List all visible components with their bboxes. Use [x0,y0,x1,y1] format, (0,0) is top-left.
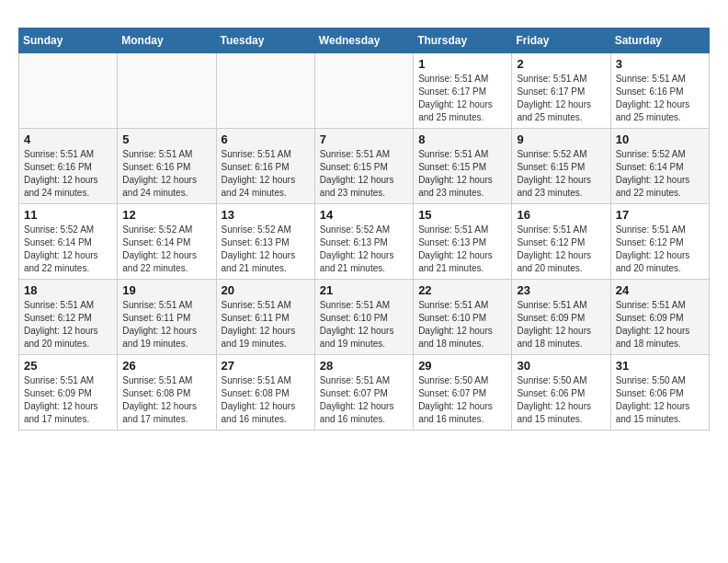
day-info: Sunrise: 5:51 AM Sunset: 6:09 PM Dayligh… [24,374,112,426]
day-info: Sunrise: 5:50 AM Sunset: 6:07 PM Dayligh… [418,374,506,426]
calendar-cell: 9Sunrise: 5:52 AM Sunset: 6:15 PM Daylig… [512,129,610,204]
day-number: 10 [616,132,704,146]
day-info: Sunrise: 5:51 AM Sunset: 6:15 PM Dayligh… [320,148,408,200]
calendar-cell: 4Sunrise: 5:51 AM Sunset: 6:16 PM Daylig… [19,129,118,204]
calendar-header-row: SundayMondayTuesdayWednesdayThursdayFrid… [19,29,710,53]
day-number: 25 [24,359,112,373]
day-info: Sunrise: 5:51 AM Sunset: 6:17 PM Dayligh… [517,73,605,124]
day-number: 17 [616,208,704,222]
calendar-table: SundayMondayTuesdayWednesdayThursdayFrid… [18,28,710,431]
calendar-cell: 24Sunrise: 5:51 AM Sunset: 6:09 PM Dayli… [610,280,709,355]
day-info: Sunrise: 5:52 AM Sunset: 6:13 PM Dayligh… [222,224,310,275]
calendar-cell: 21Sunrise: 5:51 AM Sunset: 6:10 PM Dayli… [314,280,413,355]
day-info: Sunrise: 5:51 AM Sunset: 6:12 PM Dayligh… [616,224,704,275]
day-number: 11 [24,208,112,222]
calendar-cell: 5Sunrise: 5:51 AM Sunset: 6:16 PM Daylig… [118,129,216,204]
day-info: Sunrise: 5:51 AM Sunset: 6:11 PM Dayligh… [222,299,310,350]
day-number: 24 [616,283,704,297]
day-info: Sunrise: 5:51 AM Sunset: 6:09 PM Dayligh… [616,299,704,350]
day-number: 16 [517,208,605,222]
day-info: Sunrise: 5:51 AM Sunset: 6:16 PM Dayligh… [24,148,112,200]
calendar-cell [118,53,216,129]
calendar-cell: 10Sunrise: 5:52 AM Sunset: 6:14 PM Dayli… [610,129,709,204]
day-number: 5 [122,132,210,146]
day-info: Sunrise: 5:51 AM Sunset: 6:08 PM Dayligh… [222,374,310,426]
day-number: 28 [320,359,408,373]
day-number: 27 [222,359,310,373]
day-info: Sunrise: 5:51 AM Sunset: 6:10 PM Dayligh… [418,299,506,350]
calendar-cell: 28Sunrise: 5:51 AM Sunset: 6:07 PM Dayli… [314,355,413,431]
day-number: 29 [418,359,506,373]
calendar-cell: 6Sunrise: 5:51 AM Sunset: 6:16 PM Daylig… [216,129,314,204]
day-info: Sunrise: 5:51 AM Sunset: 6:11 PM Dayligh… [122,299,210,350]
calendar-week-5: 25Sunrise: 5:51 AM Sunset: 6:09 PM Dayli… [19,355,710,431]
day-info: Sunrise: 5:52 AM Sunset: 6:14 PM Dayligh… [616,148,704,200]
day-info: Sunrise: 5:52 AM Sunset: 6:15 PM Dayligh… [517,148,605,200]
day-number: 2 [517,57,605,71]
col-header-monday: Monday [118,29,216,53]
col-header-saturday: Saturday [610,29,709,53]
day-number: 20 [222,283,310,297]
day-number: 1 [418,57,506,71]
day-number: 22 [418,283,506,297]
calendar-cell: 22Sunrise: 5:51 AM Sunset: 6:10 PM Dayli… [414,280,512,355]
day-number: 31 [616,359,704,373]
calendar-week-1: 1Sunrise: 5:51 AM Sunset: 6:17 PM Daylig… [19,53,710,129]
day-info: Sunrise: 5:52 AM Sunset: 6:14 PM Dayligh… [122,224,210,275]
day-info: Sunrise: 5:51 AM Sunset: 6:10 PM Dayligh… [320,299,408,350]
day-number: 26 [122,359,210,373]
calendar-cell: 16Sunrise: 5:51 AM Sunset: 6:12 PM Dayli… [512,204,610,280]
calendar-cell: 26Sunrise: 5:51 AM Sunset: 6:08 PM Dayli… [118,355,216,431]
day-info: Sunrise: 5:52 AM Sunset: 6:14 PM Dayligh… [24,224,112,275]
day-number: 3 [616,57,704,71]
calendar-cell: 25Sunrise: 5:51 AM Sunset: 6:09 PM Dayli… [19,355,118,431]
calendar-cell: 31Sunrise: 5:50 AM Sunset: 6:06 PM Dayli… [610,355,709,431]
calendar-cell: 23Sunrise: 5:51 AM Sunset: 6:09 PM Dayli… [512,280,610,355]
day-info: Sunrise: 5:50 AM Sunset: 6:06 PM Dayligh… [517,374,605,426]
calendar-cell [314,53,413,129]
calendar-week-3: 11Sunrise: 5:52 AM Sunset: 6:14 PM Dayli… [19,204,710,280]
calendar-cell: 3Sunrise: 5:51 AM Sunset: 6:16 PM Daylig… [610,53,709,129]
day-number: 19 [122,283,210,297]
calendar-cell: 19Sunrise: 5:51 AM Sunset: 6:11 PM Dayli… [118,280,216,355]
calendar-week-2: 4Sunrise: 5:51 AM Sunset: 6:16 PM Daylig… [19,129,710,204]
calendar-week-4: 18Sunrise: 5:51 AM Sunset: 6:12 PM Dayli… [19,280,710,355]
col-header-sunday: Sunday [19,29,118,53]
calendar-cell [19,53,118,129]
calendar-cell: 12Sunrise: 5:52 AM Sunset: 6:14 PM Dayli… [118,204,216,280]
day-info: Sunrise: 5:51 AM Sunset: 6:09 PM Dayligh… [517,299,605,350]
day-info: Sunrise: 5:51 AM Sunset: 6:16 PM Dayligh… [222,148,310,200]
day-number: 18 [24,283,112,297]
day-number: 7 [320,132,408,146]
day-number: 15 [418,208,506,222]
calendar-cell: 1Sunrise: 5:51 AM Sunset: 6:17 PM Daylig… [414,53,512,129]
day-info: Sunrise: 5:51 AM Sunset: 6:16 PM Dayligh… [616,73,704,124]
day-number: 6 [222,132,310,146]
calendar-cell: 20Sunrise: 5:51 AM Sunset: 6:11 PM Dayli… [216,280,314,355]
day-number: 9 [517,132,605,146]
day-number: 4 [24,132,112,146]
calendar-cell: 17Sunrise: 5:51 AM Sunset: 6:12 PM Dayli… [610,204,709,280]
day-info: Sunrise: 5:50 AM Sunset: 6:06 PM Dayligh… [616,374,704,426]
day-info: Sunrise: 5:51 AM Sunset: 6:16 PM Dayligh… [122,148,210,200]
day-number: 14 [320,208,408,222]
calendar-cell: 14Sunrise: 5:52 AM Sunset: 6:13 PM Dayli… [314,204,413,280]
day-info: Sunrise: 5:52 AM Sunset: 6:13 PM Dayligh… [320,224,408,275]
calendar-cell: 2Sunrise: 5:51 AM Sunset: 6:17 PM Daylig… [512,53,610,129]
day-number: 12 [122,208,210,222]
col-header-thursday: Thursday [414,29,512,53]
col-header-tuesday: Tuesday [216,29,314,53]
day-info: Sunrise: 5:51 AM Sunset: 6:13 PM Dayligh… [418,224,506,275]
calendar-cell: 8Sunrise: 5:51 AM Sunset: 6:15 PM Daylig… [414,129,512,204]
day-info: Sunrise: 5:51 AM Sunset: 6:17 PM Dayligh… [418,73,506,124]
col-header-wednesday: Wednesday [314,29,413,53]
col-header-friday: Friday [512,29,610,53]
day-number: 21 [320,283,408,297]
calendar-cell [216,53,314,129]
calendar-cell: 18Sunrise: 5:51 AM Sunset: 6:12 PM Dayli… [19,280,118,355]
day-info: Sunrise: 5:51 AM Sunset: 6:12 PM Dayligh… [517,224,605,275]
calendar-cell: 27Sunrise: 5:51 AM Sunset: 6:08 PM Dayli… [216,355,314,431]
calendar-cell: 30Sunrise: 5:50 AM Sunset: 6:06 PM Dayli… [512,355,610,431]
calendar-cell: 29Sunrise: 5:50 AM Sunset: 6:07 PM Dayli… [414,355,512,431]
calendar-cell: 13Sunrise: 5:52 AM Sunset: 6:13 PM Dayli… [216,204,314,280]
